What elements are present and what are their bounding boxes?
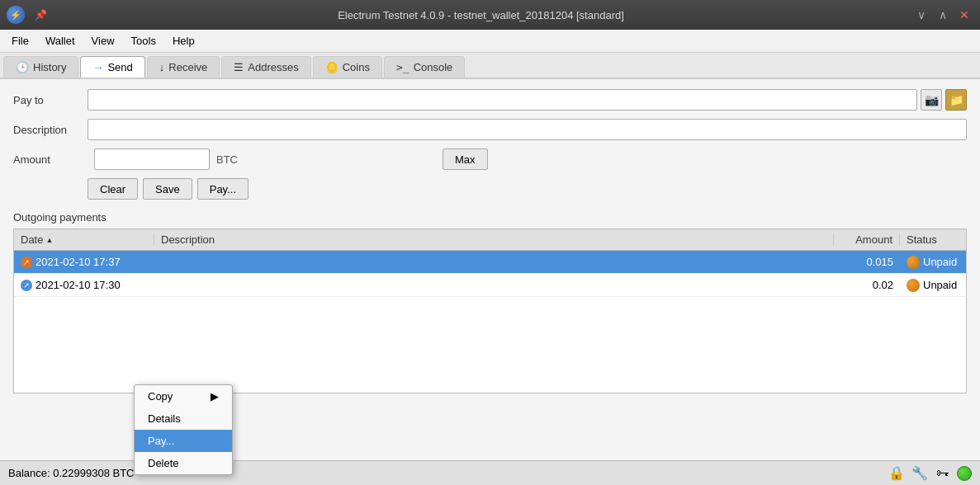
outgoing-section: Outgoing payments Date ▲ Description Amo…: [13, 211, 967, 393]
row-1-status-label: Unpaid: [923, 256, 957, 268]
pay-button[interactable]: Pay...: [197, 178, 249, 200]
folder-button[interactable]: 📁: [945, 89, 967, 111]
pay-to-input-group: 📷 📁: [88, 89, 967, 111]
th-amount[interactable]: Amount: [834, 233, 900, 246]
row-2-status-icon: [907, 279, 920, 292]
amount-input[interactable]: [94, 148, 210, 170]
key-icon[interactable]: 🗝: [934, 464, 952, 483]
row-2-status-label: Unpaid: [923, 279, 957, 291]
description-input[interactable]: [88, 119, 967, 140]
lock-icon[interactable]: 🔒: [888, 464, 906, 483]
tab-receive[interactable]: ↓ Receive: [147, 56, 220, 78]
addresses-tab-icon: ☰: [234, 61, 244, 73]
status-icons: 🔒 🔧 🗝: [888, 464, 972, 483]
menu-bar: File Wallet View Tools Help: [0, 30, 980, 53]
clear-button[interactable]: Clear: [88, 178, 138, 200]
pin-button[interactable]: 📌: [31, 6, 50, 24]
history-tab-label: History: [33, 61, 66, 73]
settings-icon[interactable]: 🔧: [911, 464, 929, 483]
table-header: Date ▲ Description Amount Status: [14, 229, 966, 251]
coins-tab-label: Coins: [343, 61, 370, 73]
balance-label: Balance: 0.22999308 BTC: [8, 467, 135, 479]
app-logo-icon: ⚡: [7, 6, 25, 24]
menu-wallet[interactable]: Wallet: [37, 31, 83, 50]
amount-row: Amount BTC Max: [13, 148, 967, 170]
row-1-type-icon: ↗: [21, 257, 32, 268]
row-1-date: ↗ 2021-02-10 17:37: [14, 256, 154, 268]
minimize-button[interactable]: ∨: [912, 6, 930, 24]
connection-status-icon: [957, 466, 972, 481]
receive-tab-icon: ↓: [159, 61, 165, 73]
addresses-tab-label: Addresses: [248, 61, 298, 73]
tab-console[interactable]: >_ Console: [384, 56, 465, 78]
tab-addresses[interactable]: ☰ Addresses: [221, 56, 310, 78]
payments-table: Date ▲ Description Amount Status: [13, 228, 967, 393]
menu-file[interactable]: File: [3, 31, 37, 50]
save-button[interactable]: Save: [143, 178, 192, 200]
th-description[interactable]: Description: [154, 233, 834, 246]
pay-to-label: Pay to: [13, 94, 88, 106]
table-row[interactable]: ↗ 2021-02-10 17:37 0.015 Unpaid: [14, 251, 966, 274]
th-status[interactable]: Status: [900, 233, 966, 246]
window-title: Electrum Testnet 4.0.9 - testnet_wallet_…: [50, 9, 912, 21]
description-row: Description: [13, 119, 967, 140]
window-controls: ∨ ∧ ✕: [912, 6, 973, 24]
row-2-status: Unpaid: [900, 279, 966, 292]
console-tab-label: Console: [414, 61, 453, 73]
context-copy[interactable]: Copy ▶: [135, 385, 232, 407]
coins-tab-icon: 🪙: [325, 61, 339, 73]
console-tab-icon: >_: [396, 61, 410, 73]
row-1-amount: 0.015: [834, 256, 900, 268]
row-2-date: ↗ 2021-02-10 17:30: [14, 279, 154, 291]
content-area: Pay to 📷 📁 Description Amount BTC Max Cl…: [0, 79, 980, 485]
row-2-type-icon: ↗: [21, 280, 32, 291]
receive-tab-label: Receive: [168, 61, 207, 73]
pay-to-row: Pay to 📷 📁: [13, 89, 967, 111]
btc-label: BTC: [216, 153, 238, 166]
history-tab-icon: 🕒: [16, 61, 29, 73]
menu-view[interactable]: View: [83, 31, 123, 50]
submenu-arrow-icon: ▶: [211, 390, 219, 403]
row-1-status: Unpaid: [900, 256, 966, 269]
row-2-amount: 0.02: [834, 279, 900, 291]
tab-coins[interactable]: 🪙 Coins: [313, 56, 382, 78]
section-title: Outgoing payments: [13, 211, 967, 224]
menu-help[interactable]: Help: [164, 31, 203, 50]
context-pay[interactable]: Pay...: [135, 430, 232, 452]
action-row: Clear Save Pay...: [88, 178, 967, 200]
close-button[interactable]: ✕: [955, 6, 973, 24]
sort-icon: ▲: [45, 236, 53, 244]
tab-send[interactable]: → Send: [80, 56, 144, 78]
menu-tools[interactable]: Tools: [123, 31, 164, 50]
table-row[interactable]: ↗ 2021-02-10 17:30 0.02 Unpaid: [14, 274, 966, 297]
title-bar: ⚡ 📌 Electrum Testnet 4.0.9 - testnet_wal…: [0, 0, 980, 30]
tab-history[interactable]: 🕒 History: [3, 56, 78, 78]
max-button[interactable]: Max: [443, 148, 488, 170]
send-tab-icon: →: [92, 61, 103, 73]
context-details[interactable]: Details: [135, 407, 232, 430]
pay-to-input[interactable]: [88, 89, 917, 111]
camera-button[interactable]: 📷: [921, 89, 942, 111]
send-tab-label: Send: [107, 61, 132, 73]
description-label: Description: [13, 124, 88, 136]
context-delete[interactable]: Delete: [135, 452, 232, 474]
th-date[interactable]: Date ▲: [14, 233, 154, 246]
context-menu: Copy ▶ Details Pay... Delete: [134, 384, 233, 475]
maximize-button[interactable]: ∧: [934, 6, 952, 24]
row-1-status-icon: [907, 256, 920, 269]
amount-label: Amount: [13, 153, 88, 166]
tabs-bar: 🕒 History → Send ↓ Receive ☰ Addresses 🪙…: [0, 53, 980, 79]
title-bar-left: ⚡ 📌: [7, 6, 50, 24]
